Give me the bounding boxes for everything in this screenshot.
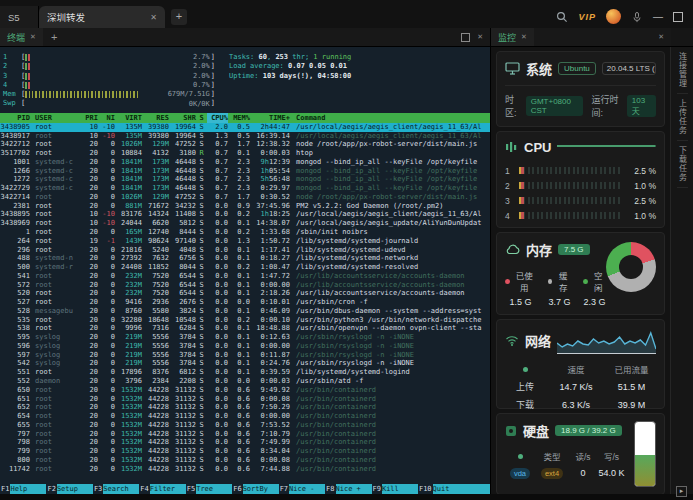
fkey-label[interactable]: Nice + [336, 484, 372, 494]
close-pane-icon[interactable]: ✕ [477, 33, 483, 41]
process-row[interactable]: 538root200999673166284S0.00.118:48.88/us… [0, 324, 490, 333]
fkey-f3[interactable]: F3 [93, 484, 103, 494]
close-monitor-icon[interactable]: ✕ [658, 33, 664, 41]
tab-terminal[interactable]: 终端 ✕ [0, 28, 43, 46]
process-row[interactable]: 535root200322801864810548S0.00.20:00.10/… [0, 316, 490, 325]
fkey-f2[interactable]: F2 [46, 484, 56, 494]
column-header-user[interactable]: USER [30, 113, 81, 123]
process-row[interactable]: 595syslog200219M55563784S0.00.10:12.63/u… [0, 333, 490, 342]
fkey-label[interactable]: Quit [433, 484, 469, 494]
fkey-f7[interactable]: F7 [279, 484, 289, 494]
tab-monitor[interactable]: 监控 ✕ [491, 28, 534, 46]
process-row[interactable]: 1272systemd-c2001841M173M46448S0.72.35h5… [0, 175, 490, 184]
maximize-button[interactable] [673, 12, 683, 22]
process-row[interactable]: 264root19-1143M9862497140S0.01.31:50.72/… [0, 237, 490, 246]
search-icon[interactable] [556, 11, 568, 23]
process-row[interactable]: 3517702root2001088441323180R0.70.10:00.0… [0, 149, 490, 158]
fkey-label[interactable]: Nice - [289, 484, 325, 494]
disk-card: 硬盘 18.9 G / 39.2 G 类型读/s写/svdaext4054.0 … [496, 413, 665, 494]
column-header-cpu[interactable]: CPU% [207, 113, 228, 123]
fkey-label[interactable]: Help [10, 484, 46, 494]
column-header-virt[interactable]: VIRT [115, 113, 142, 123]
expand-corner-button[interactable]: ▸ [676, 486, 687, 497]
process-row[interactable]: 3422729systemd-c2001841M173M46448S0.72.3… [0, 184, 490, 193]
fkey-f5[interactable]: F5 [186, 484, 196, 494]
process-row[interactable]: 2381root200881M7167234232S0.00.937:45.96… [0, 202, 490, 211]
fkey-f10[interactable]: F10 [418, 484, 433, 494]
cpu-bars-icon [505, 141, 518, 153]
tab-close-icon[interactable]: ✕ [150, 13, 157, 22]
column-header-command[interactable]: Command [290, 113, 490, 123]
process-row[interactable]: 596syslog200219M55563784S0.00.10:00.00/u… [0, 342, 490, 351]
fkey-f4[interactable]: F4 [139, 484, 149, 494]
microphone-icon[interactable] [631, 11, 643, 23]
process-row[interactable]: 650root2001532M4422831132S0.00.69:49.92/… [0, 386, 490, 395]
process-row[interactable]: 655root2001532M4422831132S0.00.67:53.52/… [0, 421, 490, 430]
process-row[interactable]: 542syslog200219M55563784S0.00.10:24.76/u… [0, 359, 490, 368]
process-row[interactable]: 541root200232M75206544S0.00.11:47.72/usr… [0, 272, 490, 281]
new-terminal-button[interactable]: + [51, 31, 57, 43]
column-header-ni[interactable]: NI [98, 113, 115, 123]
process-row[interactable]: 552daemon200379623842208S0.00.00:00.03/u… [0, 377, 490, 386]
process-row[interactable]: 1root200165M127408444S0.00.21:33.68/sbin… [0, 228, 490, 237]
tab-shenzhen-forward[interactable]: 深圳转发 ✕ [39, 6, 165, 28]
fkey-label[interactable]: SortBy [243, 484, 279, 494]
fkey-f8[interactable]: F8 [325, 484, 335, 494]
process-row[interactable]: 11742root2001532M4422831132S0.00.67:44.8… [0, 465, 490, 474]
fkey-label[interactable]: Search [103, 484, 139, 494]
close-icon[interactable]: ✕ [30, 33, 36, 41]
process-row[interactable]: 296root2002181652404048S0.00.11:17.41/li… [0, 246, 490, 255]
side-tab-2[interactable]: 下载任务 [677, 141, 688, 188]
process-row[interactable]: 3438895root10-10831761432411408S0.00.21h… [0, 210, 490, 219]
process-row[interactable]: 551root2001789683766812S0.00.10:39.59/li… [0, 368, 490, 377]
process-row[interactable]: 3422712root2001026M129M47252S0.71.712:38… [0, 140, 490, 149]
minimize-button[interactable]: — [653, 12, 663, 22]
process-row[interactable]: 800root2001532M4422831132S0.00.60:00.08/… [0, 456, 490, 465]
expand-pane-icon[interactable] [461, 33, 470, 42]
column-header-time[interactable]: TIME+ [250, 113, 290, 123]
process-row[interactable]: 3438917root10-10135M3938019964S1.30.516:… [0, 132, 490, 141]
process-row[interactable]: 528messagebu200876055803824S0.00.10:46.0… [0, 307, 490, 316]
process-row[interactable]: 3438905root10-10135M3938019964S2.00.52h4… [0, 123, 490, 132]
vip-badge[interactable]: VIP [578, 12, 596, 22]
side-tab-1[interactable]: 上传任务 [677, 94, 688, 141]
side-tab-0[interactable]: 连接管理 [677, 47, 688, 94]
avatar[interactable] [606, 9, 621, 24]
process-row[interactable]: 1001systemd-c2001841M173M46448S0.72.39h1… [0, 158, 490, 167]
fkey-f1[interactable]: F1 [0, 484, 10, 494]
column-header-res[interactable]: RES [142, 113, 169, 123]
column-header-pri[interactable]: PRI [81, 113, 98, 123]
process-row[interactable]: 597syslog200219M55563784S0.00.10:11.87/u… [0, 351, 490, 360]
process-row[interactable]: 1266systemd-c2001841M173M46448S0.72.31h0… [0, 167, 490, 176]
process-row[interactable]: 654root2001532M4422831132S0.00.60:00.00/… [0, 412, 490, 421]
process-row[interactable]: 488systemd-n2002739276326756S0.00.10:18.… [0, 254, 490, 263]
column-header-s[interactable]: S [196, 113, 207, 123]
process-row[interactable]: 527root200941629362676S0.00.00:10.01/usr… [0, 298, 490, 307]
column-header-shr[interactable]: SHR [169, 113, 196, 123]
process-row[interactable]: 3422714root2001026M129M47252S0.71.70:30.… [0, 193, 490, 202]
process-row[interactable]: 799root2001532M4422831132S0.00.68:34.04/… [0, 447, 490, 456]
tab-s5[interactable]: S5 [0, 6, 39, 28]
process-row[interactable]: 652root2001532M4422831132S0.00.67:50.29/… [0, 403, 490, 412]
wifi-icon [505, 335, 519, 346]
process-row[interactable]: 3438969root10-102404466205812S0.00.114:3… [0, 219, 490, 228]
terminal[interactable]: 1[2.7%]2[2.0%]3[2.0%]4[0.7%]Mem[679M/7.5… [0, 47, 490, 494]
fkey-f9[interactable]: F9 [372, 484, 382, 494]
process-row[interactable]: 798root2001532M4422831132S0.00.67:49.99/… [0, 438, 490, 447]
process-row[interactable]: 572root200232M75206544S0.00.10:00.00/usr… [0, 281, 490, 290]
fkey-label[interactable]: Kill [382, 484, 418, 494]
process-row[interactable]: 797root2001532M4422831132S0.00.67:10.79/… [0, 430, 490, 439]
process-row[interactable]: 520root200232M75206544S0.00.12:18.26/usr… [0, 289, 490, 298]
process-table-header[interactable]: PIDUSERPRINIVIRTRESSHRSCPU%MEM%TIME+Comm… [0, 113, 490, 123]
column-header-pid[interactable]: PID [0, 113, 30, 123]
close-icon[interactable]: ✕ [521, 33, 527, 41]
new-tab-button[interactable]: + [171, 9, 187, 25]
process-row[interactable]: 651root2001532M4422831132S0.00.60:00.08/… [0, 395, 490, 404]
fkey-label[interactable]: Setup [57, 484, 93, 494]
fkey-f6[interactable]: F6 [232, 484, 242, 494]
terminal-tab-label: 终端 [7, 31, 25, 44]
fkey-label[interactable]: Tree [196, 484, 232, 494]
column-header-mem[interactable]: MEM% [228, 113, 250, 123]
process-row[interactable]: 500systemd-r20024408118528044S0.00.21:08… [0, 263, 490, 272]
fkey-label[interactable]: Filter [150, 484, 186, 494]
